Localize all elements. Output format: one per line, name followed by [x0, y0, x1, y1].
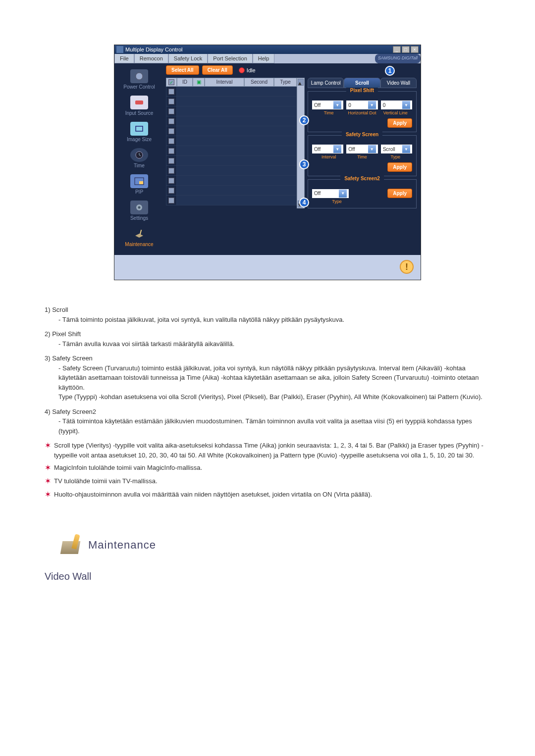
- chevron-down-icon[interactable]: ▼: [333, 101, 341, 109]
- chevron-down-icon[interactable]: ▼: [402, 101, 410, 109]
- safety-screen-group: 3 Safety Screen Off▼ Off▼ Scroll▼ Interv…: [308, 135, 417, 176]
- close-button[interactable]: ×: [411, 46, 419, 53]
- field-labels: Interval Time Type: [312, 154, 412, 159]
- toolbar: Select All Clear All Idle: [166, 65, 417, 75]
- sidebar-label: Image Size: [127, 137, 152, 142]
- safety2-apply-button[interactable]: Apply: [387, 189, 412, 198]
- item-num: 4): [45, 408, 51, 415]
- scroll-up-icon[interactable]: ▴: [298, 79, 304, 86]
- chevron-down-icon[interactable]: ▼: [402, 145, 410, 153]
- table-row[interactable]: [166, 146, 297, 156]
- sidebar-item-time[interactable]: Time: [114, 146, 164, 172]
- th-icon[interactable]: ▣: [193, 78, 205, 87]
- table-row[interactable]: [166, 97, 297, 106]
- row-checkbox[interactable]: [168, 108, 174, 114]
- minimize-button[interactable]: _: [393, 46, 401, 53]
- menu-port-selection[interactable]: Port Selection: [208, 54, 252, 63]
- maintenance-icon: [130, 227, 148, 241]
- row-checkbox[interactable]: [168, 148, 174, 154]
- table-row[interactable]: [166, 87, 297, 97]
- marker-2: 2: [299, 115, 309, 125]
- tab-lamp[interactable]: Lamp Control: [308, 78, 344, 88]
- power-icon: [130, 69, 148, 83]
- table-row[interactable]: [166, 196, 297, 205]
- note: ✶ Huolto-ohjaustoiminnon avulla voi määr…: [45, 490, 490, 500]
- main-area: Power Control Input Source Image Size Ti…: [114, 63, 421, 255]
- table-row[interactable]: [166, 166, 297, 176]
- app-window: Multiple Display Control _ □ × File Remo…: [114, 45, 421, 280]
- item-title: Scroll: [52, 306, 68, 313]
- sidebar-label: Power Control: [123, 84, 155, 90]
- row-checkbox[interactable]: [168, 178, 174, 184]
- th-check[interactable]: [166, 78, 177, 87]
- safety2-type-select[interactable]: Off▼: [312, 189, 349, 198]
- th-id[interactable]: ID: [177, 78, 193, 87]
- note-text: TV tulolähde toimii vain TV-mallissa.: [54, 476, 490, 487]
- pixel-shift-apply-button[interactable]: Apply: [387, 118, 412, 128]
- table-row[interactable]: [166, 126, 297, 136]
- table-row[interactable]: [166, 106, 297, 116]
- table-area: ID ▣ Interval Second Type: [166, 78, 417, 208]
- item-num: 2): [45, 330, 51, 338]
- row-checkbox[interactable]: [168, 128, 174, 134]
- menu-file[interactable]: File: [114, 54, 134, 63]
- maximize-button[interactable]: □: [402, 46, 410, 53]
- row-checkbox[interactable]: [168, 158, 174, 164]
- safety-time-select[interactable]: Off▼: [346, 145, 377, 153]
- row-checkbox[interactable]: [168, 89, 174, 95]
- idle-indicator: Idle: [239, 67, 256, 73]
- sidebar-label: Settings: [130, 215, 148, 221]
- safety-type-select[interactable]: Scroll▼: [381, 145, 412, 153]
- row-checkbox[interactable]: [168, 198, 174, 203]
- chevron-down-icon[interactable]: ▼: [368, 145, 376, 153]
- label-time: Time: [345, 154, 378, 159]
- sidebar-item-image-size[interactable]: Image Size: [114, 120, 164, 146]
- safety-screen2-title: Safety Screen2: [340, 176, 384, 181]
- sidebar-item-settings[interactable]: Settings: [114, 199, 164, 225]
- chevron-down-icon[interactable]: ▼: [339, 190, 347, 198]
- scrollbar[interactable]: ▴ ▾: [297, 78, 305, 208]
- svg-rect-5: [139, 181, 143, 184]
- table-row[interactable]: [166, 186, 297, 196]
- pixel-shift-hdot-select[interactable]: 0▼: [346, 101, 377, 109]
- menu-help[interactable]: Help: [253, 54, 275, 63]
- row-checkbox[interactable]: [168, 99, 174, 104]
- safety-interval-select[interactable]: Off▼: [312, 145, 343, 153]
- row-checkbox[interactable]: [168, 138, 174, 144]
- sidebar-item-input[interactable]: Input Source: [114, 94, 164, 120]
- tabs: 1 Lamp Control Scroll Video Wall: [308, 78, 417, 88]
- menu-safety-lock[interactable]: Safety Lock: [168, 54, 208, 63]
- safety-apply-button[interactable]: Apply: [387, 162, 412, 172]
- th-interval[interactable]: Interval: [205, 78, 244, 87]
- document-text: 1) Scroll - Tämä toiminto poistaa jälkik…: [45, 305, 490, 500]
- row-checkbox[interactable]: [168, 168, 174, 174]
- check-all[interactable]: [168, 79, 174, 85]
- sidebar-item-pip[interactable]: PIP: [114, 172, 164, 199]
- item-body: - Safety Screen (Turvaruutu) toiminto es…: [45, 363, 490, 402]
- sidebar-item-power[interactable]: Power Control: [114, 67, 164, 94]
- tab-scroll[interactable]: Scroll: [344, 78, 380, 88]
- clear-all-button[interactable]: Clear All: [202, 65, 233, 75]
- pixel-shift-time-select[interactable]: Off▼: [312, 101, 343, 109]
- tab-video[interactable]: Video Wall: [380, 78, 417, 88]
- table-row[interactable]: [166, 176, 297, 186]
- pixel-shift-vline-select[interactable]: 0▼: [381, 101, 412, 109]
- note: ✶ TV tulolähde toimii vain TV-mallissa.: [45, 476, 490, 487]
- section-title: Maintenance: [88, 539, 156, 552]
- row-checkbox[interactable]: [168, 118, 174, 124]
- th-second[interactable]: Second: [244, 78, 274, 87]
- select-all-button[interactable]: Select All: [166, 65, 199, 75]
- menu-remocon[interactable]: Remocon: [134, 54, 168, 63]
- svg-rect-2: [136, 126, 143, 131]
- label-hdot: Horizontal Dot: [345, 110, 378, 115]
- sidebar-item-maintenance[interactable]: Maintenance: [114, 225, 164, 251]
- row-checkbox[interactable]: [168, 188, 174, 194]
- table-row[interactable]: [166, 136, 297, 146]
- table-row[interactable]: [166, 116, 297, 126]
- chevron-down-icon[interactable]: ▼: [333, 145, 341, 153]
- th-type[interactable]: Type: [274, 78, 297, 87]
- chevron-down-icon[interactable]: ▼: [368, 101, 376, 109]
- pixel-shift-title: Pixel Shift: [346, 88, 378, 93]
- table-row[interactable]: [166, 156, 297, 166]
- field-row: Off▼ 0▼ 0▼: [312, 101, 412, 109]
